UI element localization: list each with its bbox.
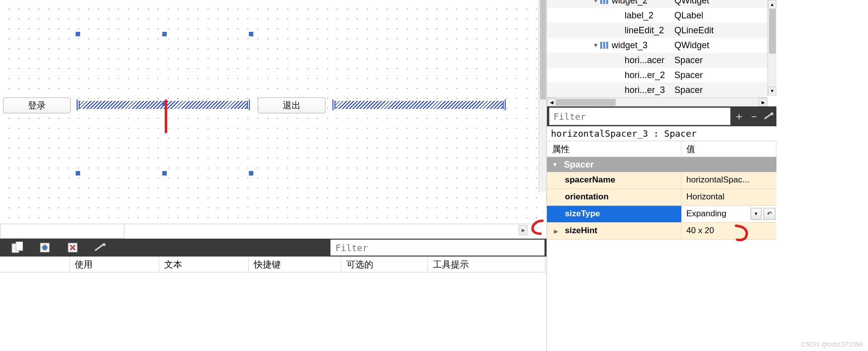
bottom-tabs: ▶: [0, 224, 538, 239]
form-canvas[interactable]: 登录 退出: [0, 0, 546, 224]
tree-row[interactable]: lineEdit_2QLineEdit: [547, 23, 767, 38]
expand-arrow-icon[interactable]: ▶: [554, 228, 558, 235]
container-icon: [600, 41, 609, 50]
selection-handle[interactable]: [76, 32, 80, 36]
annotation-mark-2: [526, 219, 545, 239]
selection-handle[interactable]: [76, 171, 80, 176]
action-col-used[interactable]: 使用: [70, 257, 159, 272]
selection-handle[interactable]: [249, 32, 253, 36]
configure-icon[interactable]: [94, 241, 108, 255]
scrollbar-thumb[interactable]: [769, 9, 776, 54]
svg-rect-12: [603, 42, 605, 49]
tree-row[interactable]: hori...er_3Spacer: [547, 83, 767, 97]
action-col-tooltip[interactable]: 工具提示: [428, 257, 545, 272]
spacer-handle[interactable]: [249, 99, 250, 110]
tree-row[interactable]: ▼widget_3QWidget: [547, 38, 767, 53]
new-action-icon[interactable]: [10, 241, 24, 255]
selection-handle[interactable]: [162, 32, 167, 36]
property-group-label: Spacer: [564, 160, 594, 170]
property-value[interactable]: Horizontal: [681, 189, 776, 205]
tree-item-name: hori...acer: [625, 55, 664, 66]
property-row[interactable]: spacerNamehorizontalSpac...: [547, 172, 776, 189]
tree-item-name: widget_2: [612, 0, 648, 6]
remove-property-icon[interactable]: －: [747, 109, 761, 124]
spacer-handle[interactable]: [77, 99, 78, 110]
property-value[interactable]: Expanding▼↶: [681, 206, 776, 222]
property-row[interactable]: orientationHorizontal: [547, 189, 776, 206]
container-icon: [600, 0, 609, 5]
dropdown-arrow-icon[interactable]: ▼: [751, 208, 761, 220]
exit-pushbutton[interactable]: 退出: [258, 97, 326, 113]
tree-row[interactable]: label_2QLabel: [547, 8, 767, 23]
scrollbar-thumb[interactable]: [540, 0, 546, 99]
action-col-shortcut[interactable]: 快捷键: [249, 257, 341, 272]
tree-item-name: label_2: [625, 10, 653, 21]
expand-arrow-icon[interactable]: ▼: [592, 42, 600, 49]
tree-item-class: QLabel: [674, 10, 703, 21]
canvas-scrollbar[interactable]: [539, 0, 546, 192]
edit-action-icon[interactable]: [38, 241, 52, 255]
property-col-value[interactable]: 值: [681, 141, 776, 157]
tree-item-class: QLineEdit: [674, 25, 714, 36]
property-name: sizeType: [547, 206, 681, 222]
tree-item-class: Spacer: [674, 85, 703, 95]
svg-rect-11: [600, 42, 602, 49]
svg-rect-1: [16, 242, 23, 251]
annotation-mark-3: [732, 224, 754, 246]
action-filter-input[interactable]: [330, 240, 544, 256]
property-filter-input[interactable]: [549, 107, 731, 125]
scrollbar-thumb[interactable]: [556, 99, 616, 106]
svg-rect-8: [600, 0, 602, 4]
property-group-spacer[interactable]: ▼ Spacer: [547, 157, 776, 172]
tree-item-name: lineEdit_2: [625, 25, 664, 36]
action-table-body[interactable]: [0, 272, 546, 351]
property-value[interactable]: horizontalSpac...: [681, 172, 776, 188]
scroll-up-icon[interactable]: ▲: [768, 0, 776, 9]
tree-item-class: QWidget: [674, 40, 709, 51]
horizontal-spacer[interactable]: [334, 101, 504, 109]
selection-handle[interactable]: [162, 171, 167, 176]
svg-point-7: [103, 243, 106, 246]
object-inspector[interactable]: ▼widget_2QWidgetlabel_2QLabellineEdit_2Q…: [547, 0, 776, 106]
tree-row[interactable]: hori...acerSpacer: [547, 53, 767, 68]
action-col-checkable[interactable]: 可选的: [341, 257, 428, 272]
property-name: sizeHint: [547, 223, 681, 239]
property-value[interactable]: 40 x 20: [681, 223, 776, 239]
spacer-handle[interactable]: [332, 99, 333, 110]
add-property-icon[interactable]: ＋: [732, 109, 747, 124]
property-col-name[interactable]: 属性: [547, 141, 681, 157]
expand-arrow-icon[interactable]: ▼: [592, 0, 600, 4]
tree-scrollbar-h[interactable]: ◀ ▶: [547, 97, 767, 106]
configure-property-icon[interactable]: [761, 109, 776, 124]
login-pushbutton[interactable]: 登录: [3, 97, 71, 113]
property-row[interactable]: sizeTypeExpanding▼↶: [547, 206, 776, 223]
property-object-header: horizontalSpacer_3 : Spacer: [547, 126, 776, 141]
selection-handle[interactable]: [249, 171, 253, 176]
spacer-handle[interactable]: [505, 99, 506, 110]
tree-row[interactable]: ▼widget_2QWidget: [547, 0, 767, 8]
tree-row[interactable]: hori...er_2Spacer: [547, 68, 767, 83]
tab[interactable]: [0, 224, 124, 239]
svg-point-14: [770, 112, 773, 115]
exit-button-label: 退出: [283, 99, 301, 111]
action-editor-toolbar: [0, 239, 546, 257]
delete-action-icon[interactable]: [66, 241, 80, 255]
reset-property-icon[interactable]: ↶: [763, 208, 775, 220]
tree-item-name: hori...er_3: [625, 85, 665, 95]
scroll-down-icon[interactable]: ▼: [768, 87, 776, 95]
watermark: CSDN @ccb1372098: [801, 341, 863, 348]
svg-rect-9: [603, 0, 605, 4]
property-name: orientation: [547, 189, 681, 205]
login-button-label: 登录: [28, 99, 46, 111]
tree-item-class: QWidget: [674, 0, 709, 6]
collapse-arrow-icon: ▼: [552, 161, 558, 168]
tree-scrollbar-v[interactable]: ▲ ▼: [767, 0, 776, 95]
scroll-left-icon[interactable]: ◀: [547, 98, 556, 106]
scroll-right-icon[interactable]: ▶: [759, 98, 767, 106]
svg-rect-10: [606, 0, 608, 4]
property-columns-header: 属性 值: [547, 141, 776, 157]
tree-item-name: widget_3: [612, 40, 648, 51]
action-col-name[interactable]: [0, 257, 70, 272]
action-col-text[interactable]: 文本: [159, 257, 249, 272]
action-table-header: 使用 文本 快捷键 可选的 工具提示: [0, 257, 546, 272]
